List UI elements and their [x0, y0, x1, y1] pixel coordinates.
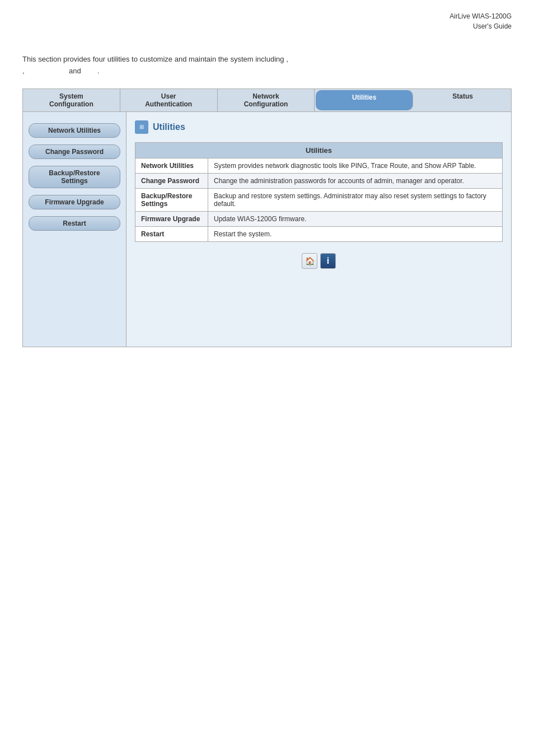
row-name-firmware-upgrade: Firmware Upgrade — [135, 211, 208, 226]
table-row: Backup/RestoreSettings Backup and restor… — [135, 188, 503, 211]
right-panel: ⊞ Utilities Utilities Network Utilities … — [127, 112, 511, 347]
brand-line2: User's Guide — [473, 22, 512, 30]
intro-line2-start: , — [22, 67, 25, 75]
utilities-table: Utilities Network Utilities System provi… — [135, 142, 503, 242]
row-name-network-utilities: Network Utilities — [135, 158, 208, 173]
sidebar-btn-change-password[interactable]: Change Password — [29, 144, 120, 159]
panel-title-text: Utilities — [153, 122, 185, 132]
row-name-change-password: Change Password — [135, 173, 208, 188]
sidebar-btn-firmware-upgrade[interactable]: Firmware Upgrade — [29, 195, 120, 209]
table-row: Restart Restart the system. — [135, 226, 503, 241]
brand-line1: AirLive WIAS-1200G — [449, 12, 512, 20]
row-name-restart: Restart — [135, 226, 208, 241]
intro-line1: This section provides four utilities to … — [22, 55, 284, 63]
sidebar-btn-restart[interactable]: Restart — [29, 216, 120, 231]
tab-user[interactable]: UserAuthentication — [120, 89, 218, 111]
table-row: Change Password Change the administratio… — [135, 173, 503, 188]
row-desc-backup-restore: Backup and restore system settings. Admi… — [208, 188, 503, 211]
content-area: Network Utilities Change Password Backup… — [22, 112, 512, 347]
panel-title-row: ⊞ Utilities — [135, 120, 503, 134]
utilities-icon: ⊞ — [135, 120, 148, 134]
table-header: Utilities — [135, 142, 503, 158]
intro-section: This section provides four utilities to … — [22, 54, 512, 77]
info-icon[interactable]: i — [320, 253, 336, 269]
brand-header: AirLive WIAS-1200G User's Guide — [22, 11, 512, 31]
tab-network[interactable]: NetworkConfiguration — [218, 89, 315, 111]
intro-line2-middle: and — [69, 67, 81, 75]
tab-system[interactable]: SystemConfiguration — [23, 89, 120, 111]
intro-line2-end: . — [97, 67, 100, 75]
sidebar-btn-backup-restore[interactable]: Backup/Restore Settings — [29, 166, 120, 188]
sidebar-btn-network-utilities[interactable]: Network Utilities — [29, 123, 120, 138]
table-row: Firmware Upgrade Update WIAS-1200G firmw… — [135, 211, 503, 226]
main-nav: SystemConfiguration UserAuthentication N… — [22, 88, 512, 112]
row-name-backup-restore: Backup/RestoreSettings — [135, 188, 208, 211]
row-desc-restart: Restart the system. — [208, 226, 503, 241]
sidebar: Network Utilities Change Password Backup… — [23, 112, 127, 347]
home-icon[interactable]: 🏠 — [302, 253, 317, 269]
row-desc-firmware-upgrade: Update WIAS-1200G firmware. — [208, 211, 503, 226]
bottom-icons: 🏠 i — [135, 253, 503, 269]
table-row: Network Utilities System provides networ… — [135, 158, 503, 173]
tab-status[interactable]: Status — [414, 89, 511, 111]
row-desc-network-utilities: System provides network diagnostic tools… — [208, 158, 503, 173]
intro-line1-end: , — [286, 55, 288, 63]
row-desc-change-password: Change the administration passwords for … — [208, 173, 503, 188]
tab-utilities[interactable]: Utilities — [316, 90, 413, 110]
